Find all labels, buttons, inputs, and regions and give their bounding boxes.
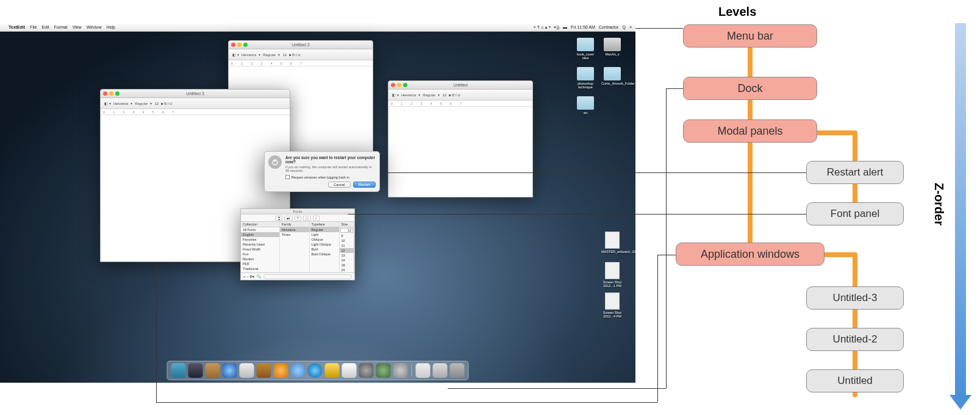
alert-subtext: If you do nothing, the computer will res…: [285, 165, 376, 172]
diagram-title: Levels: [718, 5, 756, 19]
menubar-user[interactable]: Contractor: [599, 25, 619, 29]
drive-icon[interactable]: [604, 38, 621, 51]
callout-line: [657, 255, 658, 402]
format-toolbar[interactable]: ◧ ▾ Helvetica▾ Regular▾ 12 ■ B I U: [229, 49, 373, 60]
callout-line: [635, 28, 683, 29]
file-icon[interactable]: [605, 232, 620, 249]
titlebar[interactable]: Untitled 2: [229, 41, 373, 49]
macos-desktop: TextEdit File Edit Format View Window He…: [0, 23, 635, 383]
callout-line: [666, 88, 667, 388]
sub-untitled-3: Untitled-3: [806, 286, 904, 310]
file-icon[interactable]: [605, 293, 620, 310]
dock-appstore-icon[interactable]: [359, 363, 374, 378]
search-icon: 🔍: [257, 274, 261, 278]
folder-icon[interactable]: [577, 96, 594, 110]
menu-help[interactable]: Help: [107, 25, 115, 29]
callout-line: [381, 172, 806, 173]
dock-itunes-icon[interactable]: [274, 363, 288, 378]
callout-line: [156, 402, 657, 403]
titlebar[interactable]: Untitled 3: [101, 90, 290, 98]
menu-bar[interactable]: TextEdit File Edit Format View Window He…: [0, 23, 635, 32]
menu-edit[interactable]: Edit: [41, 25, 49, 29]
arrowhead-icon: [950, 395, 971, 410]
collection-buttons[interactable]: + − ⚙▾: [243, 274, 254, 278]
level-dock: Dock: [683, 77, 817, 100]
font-search-input[interactable]: [263, 274, 352, 279]
app-menu[interactable]: TextEdit: [9, 25, 25, 29]
dock-downloads-icon[interactable]: [433, 363, 448, 378]
sub-untitled: Untitled: [806, 369, 904, 392]
menu-format[interactable]: Format: [54, 25, 67, 29]
folder-icon[interactable]: [604, 67, 621, 80]
dock-timemachine-icon[interactable]: [376, 363, 391, 378]
callout-line: [348, 214, 806, 215]
document-body[interactable]: [388, 107, 532, 196]
reopen-windows-checkbox[interactable]: Reopen windows when logging back in: [285, 175, 376, 179]
font-panel[interactable]: Fonts T̲■▾T▢⎌ Collection All Fonts Engli…: [240, 208, 355, 280]
notification-center-icon[interactable]: ≡: [629, 25, 632, 29]
dock-missioncontrol-icon[interactable]: [206, 363, 220, 378]
level-application-windows: Application windows: [676, 243, 824, 266]
dock-calendar-icon[interactable]: [342, 363, 357, 378]
folder-icon[interactable]: [577, 38, 594, 51]
menu-window[interactable]: Window: [87, 25, 102, 29]
power-icon: [268, 155, 282, 169]
z-order-arrow: [955, 23, 966, 396]
alert-heading: Are you sure you want to restart your co…: [285, 155, 376, 164]
restart-button[interactable]: Restart: [353, 182, 376, 188]
ruler: 0 1 2 3 4 5 6 7: [101, 109, 290, 115]
spotlight-icon[interactable]: Q: [622, 25, 625, 29]
dock-textedit-icon[interactable]: [416, 363, 431, 378]
folder-icon[interactable]: [577, 67, 594, 80]
dock[interactable]: [167, 361, 469, 380]
status-icons[interactable]: ◎ ⇪ ⌂ ⏏ ᯤ ◀)): [534, 25, 559, 29]
ruler: 0 1 2 3 4 5 6 7: [388, 101, 532, 107]
restart-alert-dialog: Are you sure you want to restart your co…: [264, 151, 380, 192]
window-title: Untitled 2: [291, 43, 310, 47]
dock-trash-icon[interactable]: [450, 363, 465, 378]
checkbox-icon[interactable]: [285, 175, 290, 179]
menu-view[interactable]: View: [73, 25, 82, 29]
window-title: Untitled 3: [186, 91, 204, 96]
menubar-time[interactable]: Fri 11:50 AM: [571, 25, 595, 29]
callout-line: [666, 88, 683, 89]
sub-font-panel: Font panel: [806, 202, 904, 225]
dock-messages-icon[interactable]: [291, 363, 306, 378]
file-icon[interactable]: [605, 262, 620, 279]
dock-safari-icon[interactable]: [223, 363, 237, 378]
callout-line: [448, 388, 666, 389]
font-panel-toolbar[interactable]: T̲■▾T▢⎌: [241, 215, 354, 222]
window-untitled[interactable]: Untitled ◧ ▾ Helvetica▾ Regular▾ 12 ■ B …: [388, 80, 533, 197]
titlebar[interactable]: Untitled: [388, 81, 532, 90]
sub-untitled-2: Untitled-2: [806, 328, 904, 351]
font-size-input[interactable]: 12: [340, 228, 353, 233]
sub-restart-alert: Restart alert: [806, 161, 904, 184]
callout-line: [156, 262, 157, 402]
level-menubar: Menu bar: [683, 24, 817, 48]
dock-finder-icon[interactable]: [171, 363, 186, 378]
z-order-label: Z-order: [932, 183, 946, 225]
dock-contacts-icon[interactable]: [257, 363, 271, 378]
cancel-button[interactable]: Cancel: [328, 182, 351, 188]
ruler: 0 1 2 3 4 5 6 7: [229, 60, 373, 66]
dock-preferences-icon[interactable]: [393, 363, 408, 378]
menu-file[interactable]: File: [30, 25, 37, 29]
window-title: Untitled: [453, 83, 468, 87]
format-toolbar[interactable]: ◧ ▾ Helvetica▾ Regular▾ 12 ■ B I U: [101, 98, 290, 109]
flag-icon[interactable]: ▬: [563, 25, 567, 29]
dock-facetime-icon[interactable]: [308, 363, 323, 378]
dock-reminders-icon[interactable]: [325, 363, 340, 378]
font-panel-title: Fonts: [241, 209, 354, 215]
dock-launchpad-icon[interactable]: [188, 363, 203, 378]
callout-line: [657, 255, 676, 255]
level-modal-panels: Modal panels: [683, 119, 817, 143]
dock-mail-icon[interactable]: [240, 363, 254, 378]
format-toolbar[interactable]: ◧ ▾ Helvetica▾ Regular▾ 12 ■ B I U: [388, 90, 532, 101]
